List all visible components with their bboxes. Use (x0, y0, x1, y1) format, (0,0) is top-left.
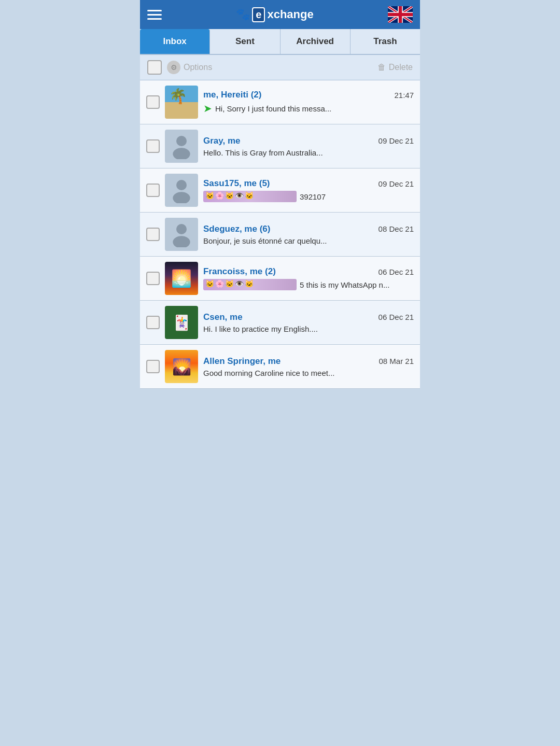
delete-label: Delete (389, 63, 413, 72)
avatar (165, 130, 198, 163)
message-sender: Gray, me (203, 136, 241, 146)
message-sender: Sasu175, me (5) (203, 178, 270, 189)
reply-arrow-icon: ➤ (203, 102, 212, 115)
avatar: 🌄 (165, 350, 198, 383)
logo-icon: 🐾 (236, 8, 250, 21)
message-item[interactable]: 🌄 Allen Springer, me 08 Mar 21 Good morn… (140, 345, 420, 389)
language-flag[interactable] (388, 6, 413, 23)
message-preview: Hi. I like to practice my English.... (203, 325, 414, 333)
message-preview: Good morning Caroline nice to meet... (203, 369, 414, 377)
message-content: Csen, me 06 Dec 21 Hi. I like to practic… (203, 306, 414, 339)
app-header: 🐾 e xchange (140, 0, 420, 29)
tab-archived[interactable]: Archived (281, 29, 351, 54)
message-preview: ➤ Hi, Sorry I just found this messa... (203, 102, 414, 115)
tab-sent[interactable]: Sent (210, 29, 280, 54)
logo-e: e (252, 7, 265, 22)
trash-icon: 🗑 (377, 63, 386, 72)
message-preview: Bonjour, je suis étonné car quelqu... (203, 236, 414, 245)
message-checkbox[interactable] (146, 228, 160, 241)
message-preview: 392107 (203, 191, 414, 202)
avatar (165, 86, 198, 119)
message-content: Sdeguez, me (6) 08 Dec 21 Bonjour, je su… (203, 218, 414, 251)
hamburger-menu[interactable] (147, 10, 162, 20)
message-sender: Allen Springer, me (203, 356, 281, 367)
logo-text: xchange (267, 8, 313, 21)
svg-point-11 (176, 180, 187, 190)
message-time: 21:47 (394, 91, 414, 100)
message-content: Sasu175, me (5) 09 Dec 21 392107 (203, 174, 414, 207)
message-content: Francoiss, me (2) 06 Dec 21 5 this is my… (203, 262, 414, 295)
delete-button[interactable]: 🗑 Delete (377, 63, 413, 72)
message-preview: Hello. This is Gray from Australia... (203, 148, 414, 157)
message-item[interactable]: me, Hereiti (2) 21:47 ➤ Hi, Sorry I just… (140, 80, 420, 124)
svg-point-10 (173, 148, 190, 159)
message-time: 06 Dec 21 (379, 268, 414, 276)
tab-bar: Inbox Sent Archived Trash (140, 29, 420, 55)
sticker-overlay (203, 279, 297, 290)
message-list: me, Hereiti (2) 21:47 ➤ Hi, Sorry I just… (140, 80, 420, 389)
message-item[interactable]: Csen, me 06 Dec 21 Hi. I like to practic… (140, 301, 420, 345)
gear-icon: ⚙ (167, 61, 180, 74)
avatar (165, 174, 198, 207)
avatar (165, 218, 198, 251)
message-sender: Francoiss, me (2) (203, 266, 276, 277)
svg-point-13 (176, 224, 187, 234)
message-checkbox[interactable] (146, 316, 160, 329)
toolbar: ⚙ Options 🗑 Delete (140, 55, 420, 80)
message-checkbox[interactable] (146, 95, 160, 109)
message-item[interactable]: Gray, me 09 Dec 21 Hello. This is Gray f… (140, 124, 420, 168)
svg-point-9 (176, 136, 187, 146)
tab-trash[interactable]: Trash (351, 29, 420, 54)
message-time: 09 Dec 21 (379, 179, 414, 188)
message-item[interactable]: Sasu175, me (5) 09 Dec 21 392107 (140, 168, 420, 213)
message-time: 08 Dec 21 (379, 224, 414, 233)
app-logo: 🐾 e xchange (236, 7, 313, 22)
message-time: 09 Dec 21 (379, 136, 414, 145)
tab-inbox[interactable]: Inbox (140, 29, 210, 54)
svg-point-14 (173, 236, 190, 247)
message-item[interactable]: Sdeguez, me (6) 08 Dec 21 Bonjour, je su… (140, 213, 420, 257)
message-content: me, Hereiti (2) 21:47 ➤ Hi, Sorry I just… (203, 86, 414, 119)
select-all-checkbox[interactable] (147, 60, 162, 75)
message-content: Allen Springer, me 08 Mar 21 Good mornin… (203, 350, 414, 383)
message-time: 06 Dec 21 (379, 313, 414, 321)
avatar (165, 306, 198, 339)
message-checkbox[interactable] (146, 360, 160, 373)
message-sender: Csen, me (203, 312, 243, 322)
message-item[interactable]: Francoiss, me (2) 06 Dec 21 5 this is my… (140, 257, 420, 301)
message-sender: me, Hereiti (2) (203, 90, 261, 100)
sticker-overlay (203, 191, 297, 202)
options-label: Options (184, 63, 212, 72)
options-button[interactable]: ⚙ Options (167, 61, 212, 74)
message-checkbox[interactable] (146, 184, 160, 197)
message-preview: 5 this is my WhatsApp n... (203, 279, 414, 290)
message-checkbox[interactable] (146, 139, 160, 153)
message-checkbox[interactable] (146, 272, 160, 285)
message-content: Gray, me 09 Dec 21 Hello. This is Gray f… (203, 130, 414, 163)
message-time: 08 Mar 21 (379, 357, 414, 365)
svg-rect-8 (388, 13, 413, 16)
avatar (165, 262, 198, 295)
svg-point-12 (173, 192, 190, 203)
message-sender: Sdeguez, me (6) (203, 224, 270, 234)
